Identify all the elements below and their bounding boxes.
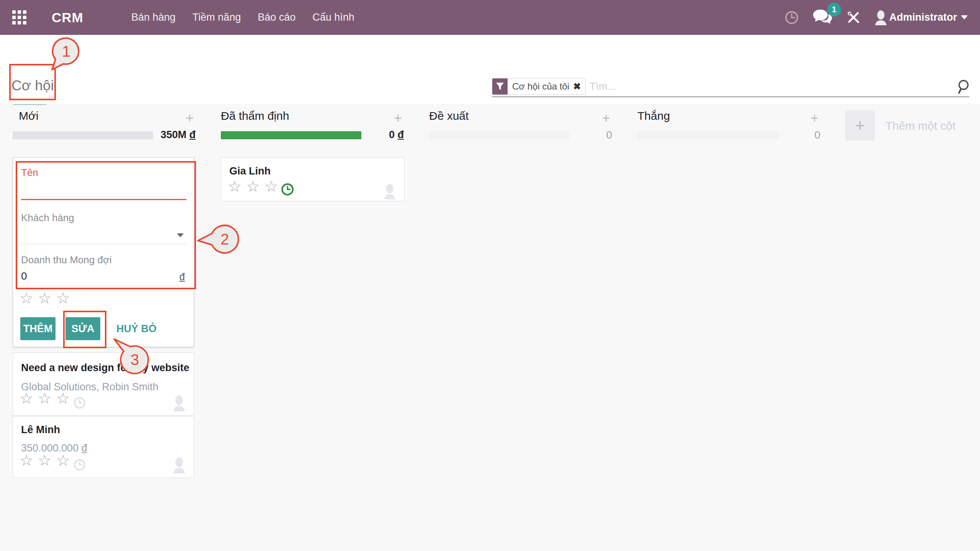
menu-sales[interactable]: Bán hàng	[131, 11, 176, 23]
column-add-new-icon[interactable]: +	[186, 110, 194, 126]
opportunity-card-gia-linh[interactable]: Gia Linh ☆☆☆	[221, 157, 405, 201]
quick-create-card: Tên Khách hàng Doanh thu Mong đợi đ ☆☆☆ …	[13, 157, 194, 347]
facet-filter-icon	[492, 78, 508, 95]
column-value-won: 0	[771, 129, 820, 141]
messages-count-badge: 1	[827, 3, 841, 16]
user-avatar-icon	[875, 10, 887, 26]
activities-clock-icon[interactable]	[784, 10, 799, 25]
column-title-qualified[interactable]: Đã thẩm định	[221, 109, 289, 122]
customer-field-label: Khách hàng	[21, 212, 74, 224]
column-value-qualified: 0 đ	[354, 129, 404, 141]
salesperson-avatar[interactable]	[173, 456, 185, 474]
priority-stars[interactable]: ☆☆☆	[20, 390, 75, 407]
top-navbar: CRM Bán hàng Tiềm năng Báo cáo Cấu hình …	[0, 0, 980, 35]
user-menu[interactable]: Administrator	[875, 10, 968, 26]
priority-stars[interactable]: ☆☆☆	[20, 289, 75, 307]
column-add-won-icon[interactable]: +	[810, 110, 818, 126]
search-input[interactable]	[590, 78, 946, 95]
priority-stars[interactable]: ☆☆☆	[228, 178, 283, 195]
search-underline	[492, 96, 969, 97]
name-field-label: Tên	[21, 167, 38, 179]
column-add-proposition-icon[interactable]: +	[602, 110, 610, 126]
app-title[interactable]: CRM	[52, 0, 83, 35]
opportunity-card-need-design[interactable]: Need a new design for my website Global …	[13, 352, 194, 416]
opportunity-card-le-minh[interactable]: Lê Minh 350.000.000 đ ☆☆☆	[13, 416, 194, 478]
priority-stars[interactable]: ☆☆☆	[20, 452, 75, 469]
revenue-field-label: Doanh thu Mong đợi	[21, 254, 112, 266]
revenue-currency: đ	[180, 271, 185, 283]
debug-tools-icon[interactable]	[846, 10, 861, 25]
activity-clock-icon[interactable]	[74, 459, 86, 471]
column-progressbar-proposition[interactable]	[429, 131, 570, 139]
topbar-right: 1 Administrator	[784, 0, 968, 35]
menu-leads[interactable]: Tiềm năng	[193, 11, 241, 23]
revenue-field-input[interactable]	[21, 270, 174, 282]
column-progressbar-won[interactable]	[637, 131, 778, 139]
card-title: Gia Linh	[229, 165, 271, 177]
user-name: Administrator	[889, 11, 957, 23]
facet-remove-icon[interactable]: ✖	[573, 78, 585, 95]
column-progressbar-qualified[interactable]	[221, 131, 361, 139]
edit-button[interactable]: SỬA	[65, 317, 100, 340]
customer-field-input[interactable]	[21, 227, 174, 239]
crm-kanban-screen: CRM Bán hàng Tiềm năng Báo cáo Cấu hình …	[0, 0, 980, 551]
user-menu-caret-icon	[961, 15, 968, 20]
card-title: Need a new design for my website	[21, 362, 189, 374]
revenue-field-underline	[21, 286, 186, 286]
control-panel: Cơ hội TẠO NHẬP Cơ hội của tôi ✖ Các bộ …	[0, 35, 980, 104]
kanban-board: Mới + 350M đ Đã thẩm định + 0 đ Đề xuất …	[0, 105, 980, 551]
add-column-label[interactable]: Thêm một cột	[885, 119, 956, 132]
menu-configuration[interactable]: Cấu hình	[312, 11, 354, 23]
column-title-won[interactable]: Thắng	[637, 109, 670, 122]
column-value-new: 350M đ	[146, 129, 196, 141]
column-title-proposition[interactable]: Đề xuất	[429, 109, 469, 122]
add-column-button[interactable]: +	[845, 110, 875, 141]
main-menu: Bán hàng Tiềm năng Báo cáo Cấu hình	[131, 0, 354, 35]
salesperson-avatar[interactable]	[384, 183, 396, 200]
name-field-input[interactable]	[21, 181, 174, 193]
apps-grid-icon[interactable]	[12, 10, 27, 25]
facet-label: Cơ hội của tôi	[508, 78, 573, 95]
messages-menu[interactable]: 1	[813, 9, 833, 26]
search-facet[interactable]: Cơ hội của tôi ✖	[492, 78, 586, 95]
search-icon[interactable]	[956, 79, 971, 95]
activity-clock-icon[interactable]	[281, 183, 294, 196]
activity-clock-icon[interactable]	[74, 397, 86, 409]
cancel-button[interactable]: HUỶ BỎ	[116, 317, 157, 340]
column-title-new[interactable]: Mới	[19, 109, 38, 122]
customer-dropdown-caret-icon[interactable]	[177, 233, 184, 237]
menu-reports[interactable]: Báo cáo	[258, 11, 296, 23]
column-value-proposition: 0	[562, 129, 612, 141]
salesperson-avatar[interactable]	[173, 394, 185, 412]
page-title: Cơ hội	[11, 78, 54, 94]
customer-field-underline	[21, 244, 186, 244]
add-button[interactable]: THÊM	[20, 317, 56, 340]
column-add-qualified-icon[interactable]: +	[394, 110, 402, 126]
column-progressbar-new[interactable]	[13, 131, 153, 139]
card-title: Lê Minh	[21, 424, 60, 436]
name-field-underline	[21, 199, 186, 200]
